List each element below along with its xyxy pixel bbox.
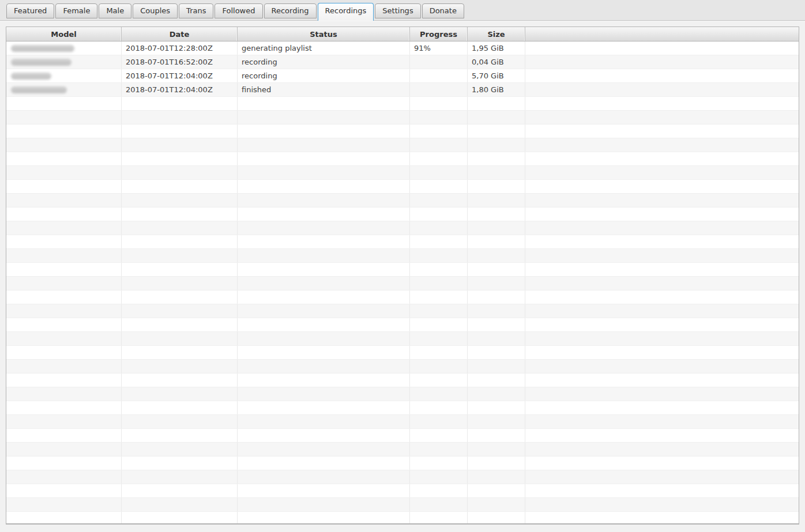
cell-date [122,180,238,193]
cell-status [238,387,410,401]
cell-size [468,97,525,110]
cell-progress [410,373,468,387]
cell-size [468,207,525,221]
empty-row [6,221,799,235]
cell-size [468,373,525,387]
tab-settings[interactable]: Settings [375,3,420,18]
cell-progress [410,318,468,331]
cell-status [238,111,410,124]
empty-row [6,498,799,512]
empty-row [6,456,799,470]
cell-spacer [525,180,799,193]
cell-status [238,360,410,373]
cell-size [468,332,525,345]
cell-model [6,194,122,207]
empty-row [6,97,799,111]
cell-status [238,346,410,359]
cell-model [6,69,122,82]
tab-donate[interactable]: Donate [422,3,464,18]
tab-couples[interactable]: Couples [133,3,178,18]
cell-spacer [525,304,799,318]
tab-recording[interactable]: Recording [264,3,317,18]
cell-status [238,401,410,414]
empty-row [6,346,799,360]
cell-status [238,138,410,152]
cell-progress [410,97,468,110]
cell-size [468,180,525,193]
cell-date: 2018-07-01T12:28:00Z [122,41,238,55]
tab-recordings[interactable]: Recordings [318,3,374,21]
cell-date [122,194,238,207]
cell-date [122,360,238,373]
column-header-date[interactable]: Date [122,27,238,41]
cell-progress [410,221,468,235]
column-header-model[interactable]: Model [6,27,122,41]
cell-model [6,97,122,110]
recording-row[interactable]: 2018-07-01T12:04:00Zrecording5,70 GiB [6,69,799,83]
recording-row[interactable]: 2018-07-01T16:52:00Zrecording0,04 GiB [6,55,799,69]
recording-row[interactable]: 2018-07-01T12:04:00Zfinished1,80 GiB [6,83,799,97]
cell-model [6,470,122,484]
cell-model [6,124,122,138]
cell-spacer [525,249,799,262]
cell-model [6,221,122,235]
cell-status [238,443,410,456]
cell-progress [410,194,468,207]
cell-size [468,166,525,179]
cell-spacer [525,194,799,207]
cell-progress [410,456,468,470]
cell-status [238,415,410,428]
cell-spacer [525,332,799,345]
cell-size [468,346,525,359]
column-header-status[interactable]: Status [238,27,410,41]
cell-spacer [525,83,799,96]
cell-progress [410,235,468,248]
cell-size [468,318,525,331]
cell-spacer [525,55,799,69]
empty-row [6,152,799,166]
cell-progress [410,152,468,165]
cell-status [238,235,410,248]
cell-progress [410,111,468,124]
cell-spacer [525,373,799,387]
cell-progress [410,124,468,138]
cell-status [238,180,410,193]
tab-featured[interactable]: Featured [6,3,54,18]
cell-status [238,166,410,179]
cell-status: recording [238,55,410,69]
redacted-model-name [11,59,72,66]
cell-progress [410,484,468,497]
cell-size [468,138,525,152]
cell-status [238,373,410,387]
cell-progress [410,277,468,290]
empty-row [6,138,799,152]
cell-date [122,443,238,456]
cell-model [6,180,122,193]
cell-status [238,456,410,470]
tab-female[interactable]: Female [55,3,97,18]
cell-status [238,263,410,276]
cell-date [122,277,238,290]
cell-date [122,346,238,359]
cell-status [238,277,410,290]
cell-date [122,221,238,235]
cell-spacer [525,387,799,401]
empty-row [6,332,799,346]
empty-row [6,484,799,498]
cell-status [238,249,410,262]
cell-model [6,207,122,221]
recording-row[interactable]: 2018-07-01T12:28:00Zgenerating playlist9… [6,41,799,55]
empty-row [6,277,799,290]
cell-model [6,373,122,387]
cell-date [122,470,238,484]
tab-followed[interactable]: Followed [215,3,262,18]
tab-male[interactable]: Male [99,3,131,18]
cell-date [122,415,238,428]
cell-spacer [525,166,799,179]
column-header-size[interactable]: Size [468,27,525,41]
tab-trans[interactable]: Trans [179,3,213,18]
cell-model [6,290,122,304]
cell-progress [410,387,468,401]
cell-status [238,304,410,318]
column-header-progress[interactable]: Progress [410,27,468,41]
